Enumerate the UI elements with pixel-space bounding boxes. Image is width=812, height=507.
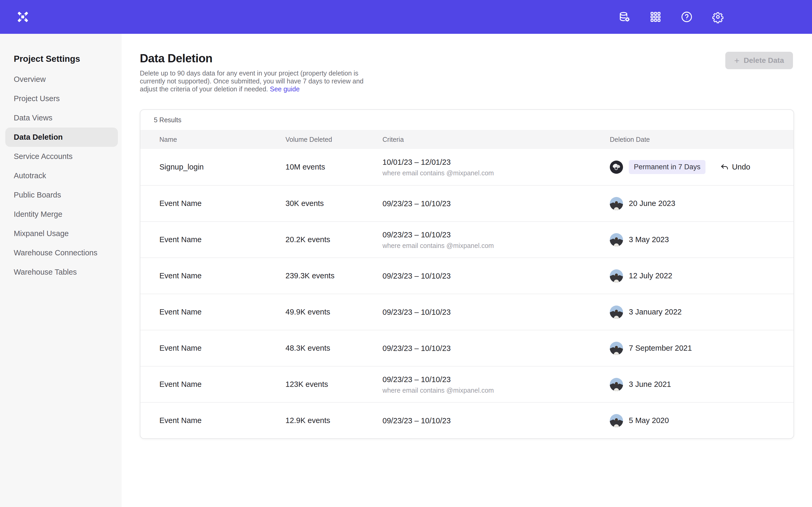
- user-avatar: [610, 305, 623, 319]
- see-guide-link[interactable]: See guide: [270, 85, 300, 93]
- table-row: Signup_login 10M events 10/01/23 – 12/01…: [140, 149, 794, 185]
- user-avatar: [610, 378, 623, 391]
- deletion-date: 3 January 2022: [629, 307, 682, 316]
- page-description: Delete up to 90 days data for any event …: [140, 69, 372, 93]
- row-volume: 49.9K events: [286, 307, 383, 316]
- apps-grid-icon[interactable]: [649, 11, 662, 23]
- row-name: Event Name: [159, 344, 286, 352]
- row-criteria: 10/01/23 – 12/01/23 where email contains…: [383, 157, 610, 177]
- row-name: Event Name: [159, 235, 286, 244]
- row-volume: 48.3K events: [286, 344, 383, 352]
- row-name: Event Name: [159, 416, 286, 425]
- sidebar-item-mixpanel-usage[interactable]: Mixpanel Usage: [5, 224, 118, 243]
- table-row: Event Name 49.9K events 09/23/23 – 10/10…: [140, 294, 794, 330]
- column-header-name: Name: [159, 136, 286, 144]
- deletion-cell: 12 July 2022: [610, 269, 794, 283]
- deletion-cell: 5 May 2020: [610, 414, 794, 427]
- user-avatar: [610, 197, 623, 210]
- status-badge: Permanent in 7 Days: [629, 160, 706, 174]
- row-name: Signup_login: [159, 163, 286, 171]
- delete-data-label: Delete Data: [744, 56, 784, 65]
- table-row: Event Name 30K events 09/23/23 – 10/10/2…: [140, 185, 794, 221]
- sidebar-item-data-deletion[interactable]: Data Deletion: [5, 127, 118, 147]
- deletion-date: 5 May 2020: [629, 416, 669, 425]
- criteria-range: 09/23/23 – 10/10/23: [383, 230, 610, 239]
- data-management-icon[interactable]: [618, 11, 631, 23]
- sidebar-menu: Overview Project Users Data Views Data D…: [0, 70, 121, 282]
- row-name: Event Name: [159, 307, 286, 316]
- help-icon[interactable]: [680, 11, 693, 23]
- sidebar-item-autotrack[interactable]: Autotrack: [5, 166, 118, 185]
- criteria-range: 10/01/23 – 12/01/23: [383, 157, 610, 167]
- table-row: Event Name 12.9K events 09/23/23 – 10/10…: [140, 402, 794, 438]
- undo-label: Undo: [732, 163, 750, 171]
- deletion-cell: 7 September 2021: [610, 342, 794, 355]
- logo-center-square: [21, 15, 24, 18]
- row-name: Event Name: [159, 272, 286, 280]
- criteria-range: 09/23/23 – 10/10/23: [383, 375, 610, 384]
- table-row: Event Name 239.3K events 09/23/23 – 10/1…: [140, 258, 794, 294]
- sidebar-item-service-accounts[interactable]: Service Accounts: [5, 147, 118, 166]
- plus-icon: +: [734, 56, 740, 65]
- user-avatar: [610, 269, 623, 283]
- table-row: Event Name 20.2K events 09/23/23 – 10/10…: [140, 221, 794, 258]
- deletion-cell: 3 May 2023: [610, 233, 794, 246]
- sidebar-item-data-views[interactable]: Data Views: [5, 108, 118, 127]
- row-volume: 12.9K events: [286, 416, 383, 425]
- sidebar-item-public-boards[interactable]: Public Boards: [5, 185, 118, 205]
- row-criteria: 09/23/23 – 10/10/23: [383, 416, 610, 426]
- sidebar-item-warehouse-connections[interactable]: Warehouse Connections: [5, 243, 118, 263]
- sidebar-title: Project Settings: [14, 54, 121, 64]
- deletion-date: 3 June 2021: [629, 380, 671, 389]
- criteria-range: 09/23/23 – 10/10/23: [383, 416, 610, 426]
- topbar-icons: [618, 0, 724, 34]
- criteria-filter: where email contains @mixpanel.com: [383, 386, 610, 394]
- table-body: Signup_login 10M events 10/01/23 – 12/01…: [140, 149, 794, 438]
- undo-button[interactable]: Undo: [720, 163, 750, 171]
- user-avatar: [610, 161, 623, 174]
- row-name: Event Name: [159, 380, 286, 389]
- sidebar: Project Settings Overview Project Users …: [0, 34, 121, 507]
- deletion-cell: 3 June 2021: [610, 378, 794, 391]
- deletion-date: 3 May 2023: [629, 235, 669, 244]
- user-avatar: [610, 233, 623, 246]
- deletions-table-card: 5 Results Name Volume Deleted Criteria D…: [140, 109, 794, 439]
- sidebar-item-warehouse-tables[interactable]: Warehouse Tables: [5, 263, 118, 282]
- deletion-cell: 20 June 2023: [610, 197, 794, 210]
- criteria-range: 09/23/23 – 10/10/23: [383, 344, 610, 353]
- criteria-filter: where email contains @mixpanel.com: [383, 242, 610, 249]
- row-name: Event Name: [159, 199, 286, 208]
- column-header-volume-deleted: Volume Deleted: [286, 136, 383, 144]
- table-row: Event Name 123K events 09/23/23 – 10/10/…: [140, 366, 794, 402]
- row-criteria: 09/23/23 – 10/10/23 where email contains…: [383, 375, 610, 394]
- user-avatar: [610, 414, 623, 427]
- mixpanel-logo[interactable]: [17, 11, 29, 23]
- criteria-filter: where email contains @mixpanel.com: [383, 169, 610, 177]
- delete-data-button[interactable]: + Delete Data: [725, 52, 793, 69]
- criteria-range: 09/23/23 – 10/10/23: [383, 271, 610, 281]
- settings-icon[interactable]: [712, 11, 724, 23]
- column-header-criteria: Criteria: [383, 136, 610, 144]
- user-avatar: [610, 342, 623, 355]
- column-header-deletion-date: Deletion Date: [610, 136, 794, 144]
- row-criteria: 09/23/23 – 10/10/23: [383, 344, 610, 353]
- deletion-date: 7 September 2021: [629, 344, 692, 352]
- sidebar-item-identity-merge[interactable]: Identity Merge: [5, 205, 118, 224]
- topbar: [0, 0, 812, 34]
- sidebar-item-overview[interactable]: Overview: [5, 70, 118, 89]
- row-volume: 30K events: [286, 199, 383, 208]
- page-description-text: Delete up to 90 days data for any event …: [140, 69, 363, 93]
- page-head: Data Deletion Delete up to 90 days data …: [140, 52, 794, 93]
- row-volume: 239.3K events: [286, 272, 383, 280]
- table-row: Event Name 48.3K events 09/23/23 – 10/10…: [140, 330, 794, 366]
- deletion-cell: Permanent in 7 Days Undo: [610, 160, 794, 174]
- row-criteria: 09/23/23 – 10/10/23: [383, 199, 610, 208]
- row-volume: 123K events: [286, 380, 383, 389]
- row-volume: 20.2K events: [286, 235, 383, 244]
- row-criteria: 09/23/23 – 10/10/23: [383, 271, 610, 281]
- results-count: 5 Results: [140, 110, 794, 130]
- undo-icon: [720, 163, 729, 171]
- sidebar-item-project-users[interactable]: Project Users: [5, 89, 118, 108]
- main-content: Data Deletion Delete up to 90 days data …: [121, 34, 812, 507]
- row-criteria: 09/23/23 – 10/10/23 where email contains…: [383, 230, 610, 249]
